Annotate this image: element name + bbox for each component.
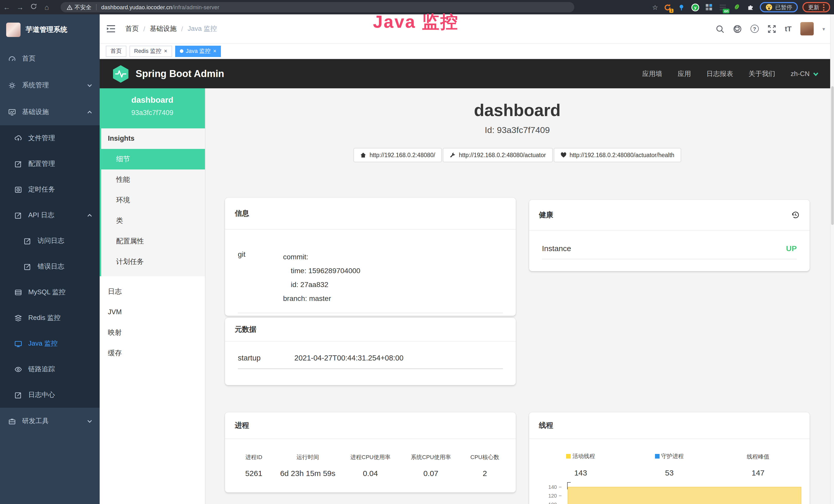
y-tick-100: 100 [536,502,557,504]
url-domain: dashboard.yudao.iocoder.cn [101,4,172,10]
chevron-down-icon [87,83,92,88]
sidebar-item-tracing[interactable]: 链路追踪 [0,357,100,382]
sba-item-mappings[interactable]: 映射 [100,322,205,343]
service-url-button[interactable]: http://192.168.0.2:48080/ [354,148,442,162]
legend-peak-threads: 线程峰值 147 [714,451,803,477]
update-label: 更新 [808,3,819,11]
sidebar-item-config-management[interactable]: 配置管理 [0,151,100,177]
sidebar-item-home[interactable]: 首页 [0,45,100,72]
history-icon[interactable] [791,210,800,219]
dashboard-icon [8,55,16,62]
extension-on-icon[interactable]: on [718,3,727,12]
extension-pin-icon[interactable] [677,3,686,12]
page-scrollbar[interactable] [830,15,834,504]
sba-nav-applications[interactable]: 应用 [678,69,691,78]
log-edit-icon [14,391,22,399]
app-logo-row[interactable]: 芋道管理系统 [0,15,100,45]
sidebar-item-redis-monitor[interactable]: Redis 监控 [0,305,100,331]
browser-home-icon[interactable]: ⌂ [40,3,53,11]
profile-paused-pill[interactable]: 已暂停 [760,2,798,12]
help-icon[interactable]: ? [750,25,759,33]
sba-item-log[interactable]: 日志 [100,281,205,302]
scrollbar-thumb[interactable] [831,86,834,225]
screen: ← → ⌂ 不安全 dashboard.yudao.iocoder.cn/inf… [0,0,834,504]
tag-redis-monitor[interactable]: Redis 监控 × [129,45,172,57]
breadcrumb-infra[interactable]: 基础设施 [150,24,176,33]
sba-item-environment[interactable]: 环境 [101,190,205,210]
user-avatar[interactable] [800,22,814,36]
log-edit-icon [24,237,31,245]
sba-language-select[interactable]: zh-CN [791,70,819,77]
breadcrumb-current: Java 监控 [188,24,217,33]
browser-update-button[interactable]: 更新 [803,2,830,12]
tag-java-monitor[interactable]: Java 监控 × [175,45,221,57]
sba-item-scheduled-tasks[interactable]: 计划任务 [101,252,205,272]
legend-swatch-yellow [566,454,571,459]
extension-sync-icon[interactable]: 1 [663,3,672,12]
sidebar-group-dev-tools[interactable]: 研发工具 [0,408,100,434]
sba-nav-wall[interactable]: 应用墙 [642,69,662,78]
browser-menu-icon[interactable] [823,4,825,10]
sidebar-item-file-management[interactable]: 文件管理 [0,125,100,151]
card-threads-title: 线程 [529,412,810,439]
extension-puzzle-icon[interactable] [746,3,755,12]
search-icon[interactable] [716,24,724,33]
browser-forward-icon[interactable]: → [13,3,27,11]
sidebar-group-system[interactable]: 系统管理 [0,72,100,98]
sba-item-classes[interactable]: 类 [101,210,205,231]
sidebar-group-api-log[interactable]: API 日志 [0,202,100,228]
close-icon[interactable]: × [164,48,167,54]
address-bar[interactable]: 不安全 dashboard.yudao.iocoder.cn/infra/adm… [61,2,574,12]
sba-brand-title[interactable]: Spring Boot Admin [136,68,224,79]
sidebar-item-log-center[interactable]: 日志中心 [0,382,100,408]
sidebar-item-access-log[interactable]: 访问日志 [0,228,100,254]
sidebar-item-java-monitor[interactable]: Java 监控 [0,331,100,357]
fullscreen-icon[interactable] [767,24,776,33]
process-col-pid: 进程ID 5261 [232,453,275,478]
hamburger-fold-icon[interactable] [106,24,116,34]
browser-back-icon[interactable]: ← [0,3,13,11]
extension-grid-icon[interactable] [704,3,714,12]
sba-item-details[interactable]: 细节 [101,149,205,169]
extension-badge: 1 [670,9,674,13]
card-info-title: 信息 [225,198,516,230]
card-threads: 线程 活动线程 143 守护进程 53 线程峰值 147 140 [529,412,810,504]
card-metadata-title: 元数据 [225,318,516,342]
git-info-row: git commit: time: 1596289704000 id: 27aa… [238,230,503,313]
sidebar-item-error-log[interactable]: 错误日志 [0,254,100,279]
sba-nav-journal[interactable]: 日志报表 [706,69,733,78]
tag-home[interactable]: 首页 [106,45,126,57]
sidebar-group-infra[interactable]: 基础设施 [0,98,100,125]
close-icon[interactable]: × [213,48,217,54]
health-url-button[interactable]: http://192.168.0.2:48080/actuator/health [553,148,681,162]
extension-leaf-icon[interactable] [732,3,741,12]
breadcrumb: 首页 / 基础设施 / Java 监控 [125,24,217,33]
user-caret-icon[interactable]: ▾ [822,26,825,31]
warning-triangle-icon [67,4,72,10]
extension-y-icon[interactable]: y [690,3,700,12]
sba-item-caches[interactable]: 缓存 [100,343,205,364]
sba-item-jvm[interactable]: JVM [100,302,205,322]
browser-reload-icon[interactable] [27,3,40,11]
metadata-row: startup 2021-04-27T00:44:31.254+08:00 [238,342,503,369]
insights-group: Insights 细节 性能 环境 类 配置属性 计划任务 [100,129,205,276]
spring-boot-admin-logo[interactable] [112,65,129,83]
instance-name: dashboard [100,95,205,105]
font-size-icon[interactable]: tT [785,25,792,33]
omnibox-divider [96,4,96,10]
github-icon[interactable] [733,24,742,33]
threads-legend: 活动线程 143 守护进程 53 线程峰值 147 [529,439,810,477]
sba-item-metrics[interactable]: 性能 [101,169,205,190]
metadata-value: 2021-04-27T00:44:31.254+08:00 [294,354,403,362]
metadata-key: startup [238,354,294,362]
sidebar-item-mysql-monitor[interactable]: MySQL 监控 [0,279,100,305]
sba-item-config-props[interactable]: 配置属性 [101,231,205,252]
sba-content: dashboard Id: 93a3fc7f7409 http://192.16… [205,88,834,504]
actuator-url-button[interactable]: http://192.168.0.2:48080/actuator [443,148,552,162]
sba-nav-about[interactable]: 关于我们 [748,69,775,78]
breadcrumb-home[interactable]: 首页 [125,24,139,33]
bookmark-star-icon[interactable]: ☆ [652,3,658,11]
sidebar-item-scheduled-jobs[interactable]: 定时任务 [0,177,100,202]
page-instance-id: Id: 93a3fc7f7409 [225,125,810,136]
security-warning[interactable]: 不安全 [67,3,91,11]
